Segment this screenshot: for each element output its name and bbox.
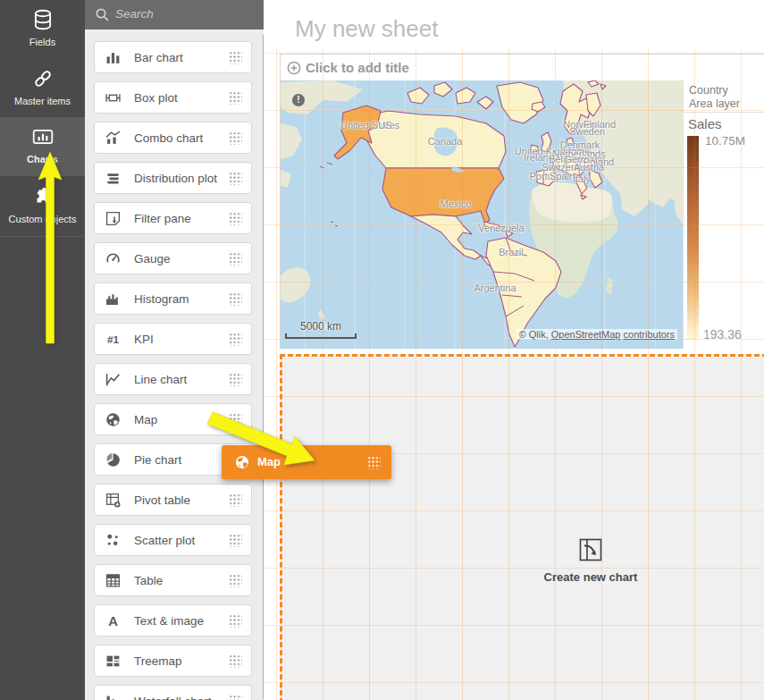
pivot-table-icon: [105, 493, 121, 508]
drag-handle[interactable]: [229, 413, 242, 426]
chart-type-panel: Search Bar chartBox plotCombo chartDistr…: [85, 0, 264, 700]
chart-item-waterfall-chart[interactable]: Waterfall chart: [94, 685, 252, 700]
scalebar-label: 5000 km: [285, 320, 357, 333]
drag-handle[interactable]: [229, 534, 242, 547]
info-icon[interactable]: !: [292, 94, 305, 106]
chart-item-distribution-plot[interactable]: Distribution plot: [94, 162, 252, 194]
chart-item-label: Pie chart: [134, 453, 181, 467]
chart-item-label: Distribution plot: [134, 172, 217, 185]
create-new-chart-button[interactable]: Create new chart: [519, 538, 662, 584]
chart-item-treemap[interactable]: Treemap: [94, 645, 252, 677]
treemap-icon: [105, 654, 121, 669]
sidebar-item-fields[interactable]: Fields: [0, 0, 85, 59]
chart-item-bar-chart[interactable]: Bar chart: [94, 41, 252, 73]
bar-chart-icon: [105, 50, 121, 65]
chart-item-label: Pivot table: [134, 493, 190, 507]
legend-max-value: 10.75M: [705, 134, 745, 148]
histogram-icon: [105, 291, 121, 307]
drag-handle[interactable]: [229, 695, 242, 700]
chart-item-histogram[interactable]: Histogram: [94, 283, 252, 315]
chart-item-label: Scatter plot: [134, 534, 195, 547]
chart-item-box-plot[interactable]: Box plot: [94, 81, 252, 114]
world-map[interactable]: United StatesUSCanadaMexicoVenezuelaBraz…: [281, 80, 683, 349]
legend-gradient-bar: [687, 136, 699, 340]
drag-handle[interactable]: [229, 131, 242, 145]
filter-pane-icon: [105, 211, 121, 226]
drag-handle[interactable]: [229, 172, 242, 185]
svg-text:A: A: [108, 614, 118, 628]
sidebar-item-label: Fields: [0, 37, 85, 47]
drag-handle[interactable]: [229, 252, 242, 266]
chart-item-label: Line chart: [134, 373, 187, 386]
add-title-icon: [287, 61, 301, 75]
waterfall-chart-icon: [105, 694, 121, 700]
dragged-map-chip[interactable]: Map: [222, 445, 391, 479]
kpi-icon: #1: [105, 332, 121, 347]
line-chart-icon: [105, 372, 121, 387]
distribution-plot-icon: [105, 171, 121, 186]
map-visualization[interactable]: Click to add title: [280, 54, 764, 349]
chart-item-label: Text & image: [134, 614, 204, 628]
search-placeholder: Search: [115, 7, 154, 21]
search-input[interactable]: Search: [85, 0, 264, 30]
chart-drop-zone[interactable]: Create new chart: [280, 354, 764, 700]
drag-handle[interactable]: [229, 333, 242, 346]
chart-item-table[interactable]: Table: [94, 564, 252, 596]
search-icon: [95, 7, 110, 22]
chart-item-line-chart[interactable]: Line chart: [94, 363, 252, 395]
sheet-title[interactable]: My new sheet: [295, 15, 438, 43]
gauge-icon: [105, 251, 121, 266]
chart-item-kpi[interactable]: #1KPI: [94, 323, 252, 355]
pie-chart-icon: [105, 452, 121, 468]
attribution-text: © Qlik,: [519, 329, 551, 340]
sheet-area: My new sheet Click to add title: [264, 0, 764, 700]
chart-item-pivot-table[interactable]: Pivot table: [94, 484, 252, 516]
chart-item-filter-pane[interactable]: Filter pane: [94, 202, 252, 234]
legend-divider: [684, 112, 764, 113]
chart-item-label: Treemap: [134, 654, 182, 668]
table-icon: [105, 573, 121, 588]
chart-title-bar[interactable]: Click to add title: [281, 55, 764, 80]
chart-item-label: Table: [134, 574, 163, 587]
chart-item-label: Box plot: [134, 91, 178, 105]
chart-item-label: KPI: [134, 333, 154, 346]
asset-toolbar: Fields Master items Charts Custom object…: [0, 0, 85, 700]
drag-handle[interactable]: [229, 373, 242, 386]
chart-item-combo-chart[interactable]: Combo chart: [94, 122, 252, 154]
chart-title-placeholder[interactable]: Click to add title: [306, 60, 409, 75]
scalebar-line: [285, 333, 357, 339]
chart-item-label: Bar chart: [134, 51, 183, 64]
globe-icon: [235, 455, 249, 469]
drag-handle[interactable]: [229, 292, 242, 306]
chart-item-gauge[interactable]: Gauge: [94, 242, 252, 274]
drag-handle[interactable]: [229, 654, 242, 668]
contributors-link[interactable]: contributors: [624, 329, 675, 340]
sidebar-item-charts[interactable]: Charts: [0, 117, 85, 176]
chart-item-map[interactable]: Map: [94, 403, 252, 435]
legend-measure-label: Sales: [688, 116, 722, 131]
charts-icon: [31, 125, 55, 148]
sidebar-item-custom-objects[interactable]: Custom objects: [0, 177, 85, 236]
chart-item-label: Gauge: [134, 252, 171, 266]
map-icon: [105, 412, 121, 427]
drag-handle[interactable]: [229, 51, 242, 64]
legend-layer-name: Country: [689, 84, 740, 97]
map-legend: Country Area layer Sales 10.75M 193.36: [683, 80, 764, 349]
drag-handle[interactable]: [229, 91, 242, 105]
chart-item-label: Waterfall chart: [134, 695, 212, 700]
drag-handle[interactable]: [229, 574, 242, 587]
chart-item-text-image[interactable]: AText & image: [94, 604, 252, 637]
chart-item-label: Filter pane: [134, 212, 191, 225]
drag-handle[interactable]: [367, 456, 381, 469]
chart-item-scatter-plot[interactable]: Scatter plot: [94, 524, 252, 556]
sidebar-item-master-items[interactable]: Master items: [0, 59, 85, 118]
openstreetmap-link[interactable]: OpenStreetMap: [551, 329, 621, 340]
drag-handle[interactable]: [229, 493, 242, 507]
drag-handle[interactable]: [229, 212, 242, 225]
drag-handle[interactable]: [229, 614, 242, 628]
combo-chart-icon: [105, 131, 121, 146]
world-map-svg: [281, 80, 683, 349]
chart-item-label: Combo chart: [134, 131, 203, 145]
legend-min-value: 193.36: [703, 327, 742, 342]
scatter-plot-icon: [105, 533, 121, 548]
